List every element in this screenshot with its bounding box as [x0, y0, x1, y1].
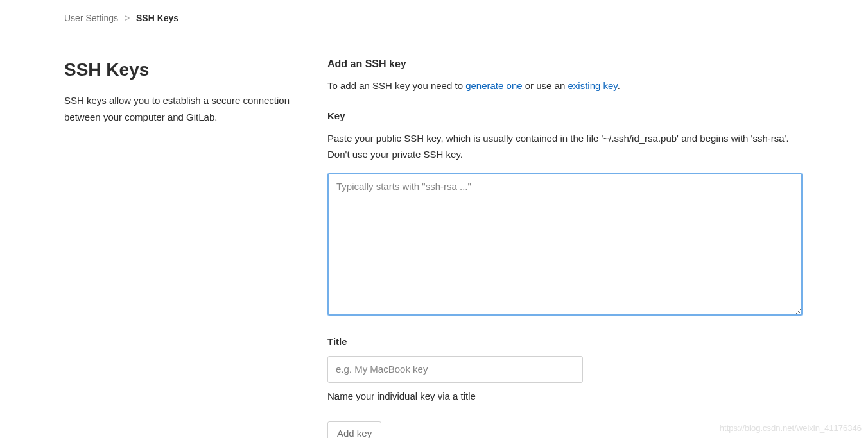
right-column: Add an SSH key To add an SSH key you nee… — [327, 56, 841, 438]
chevron-right-icon: > — [125, 13, 130, 23]
breadcrumb: User Settings > SSH Keys — [10, 0, 858, 37]
existing-key-link[interactable]: existing key — [568, 80, 617, 91]
title-hint: Name your individual key via a title — [327, 389, 803, 404]
page-description: SSH keys allow you to establish a secure… — [64, 92, 302, 125]
key-field-label: Key — [327, 109, 803, 124]
main-content: SSH Keys SSH keys allow you to establish… — [10, 37, 858, 438]
intro-mid: or use an — [523, 80, 568, 91]
breadcrumb-parent-link[interactable]: User Settings — [64, 13, 118, 23]
ssh-key-textarea[interactable] — [327, 173, 803, 316]
key-field-description: Paste your public SSH key, which is usua… — [327, 130, 803, 163]
title-field-label: Title — [327, 335, 803, 350]
add-ssh-key-intro: To add an SSH key you need to generate o… — [327, 78, 803, 94]
left-column: SSH Keys SSH keys allow you to establish… — [64, 56, 327, 438]
generate-one-link[interactable]: generate one — [465, 80, 522, 91]
breadcrumb-current: SSH Keys — [136, 13, 178, 23]
intro-prefix: To add an SSH key you need to — [327, 80, 465, 91]
page-title: SSH Keys — [64, 56, 302, 83]
title-input[interactable] — [327, 356, 583, 383]
add-key-button[interactable]: Add key — [327, 421, 381, 438]
intro-suffix: . — [618, 80, 620, 91]
add-ssh-key-heading: Add an SSH key — [327, 56, 803, 72]
